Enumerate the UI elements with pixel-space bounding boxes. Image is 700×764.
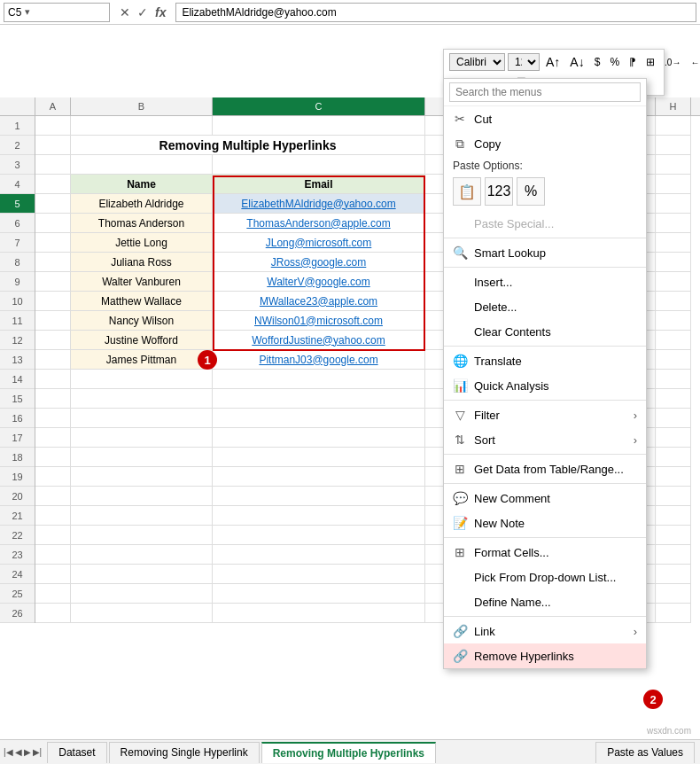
col-b-header[interactable]: B xyxy=(71,97,213,115)
cell-a17[interactable] xyxy=(35,428,71,448)
cell-a15[interactable] xyxy=(35,389,71,409)
cell-a6[interactable] xyxy=(35,214,71,233)
row-num-4[interactable]: 4 xyxy=(0,175,35,194)
comma-btn[interactable]: ⁋ xyxy=(626,53,640,71)
increase-decimal-btn[interactable]: .0→ xyxy=(661,53,684,71)
tab-dataset[interactable]: Dataset xyxy=(47,742,106,763)
row-num-14[interactable]: 14 xyxy=(0,370,35,389)
name-cell-12[interactable]: Justine Wofford xyxy=(71,331,213,350)
header-name-cell[interactable]: Name xyxy=(71,175,213,194)
cell-c21[interactable] xyxy=(213,506,425,526)
col-a-header[interactable]: A xyxy=(35,97,71,115)
row-num-5[interactable]: 5 xyxy=(0,194,35,214)
row-num-23[interactable]: 23 xyxy=(0,545,35,565)
name-cell-13[interactable]: James Pittman xyxy=(71,350,213,370)
menu-smart-lookup[interactable]: 🔍 Smart Lookup xyxy=(444,240,646,265)
row-num-9[interactable]: 9 xyxy=(0,272,35,292)
cell-c22[interactable] xyxy=(213,526,425,545)
cell-a10[interactable] xyxy=(35,292,71,311)
cell-b23[interactable] xyxy=(71,545,213,565)
cell-a16[interactable] xyxy=(35,409,71,428)
menu-sort[interactable]: ⇅ Sort › xyxy=(444,427,646,452)
col-c-header[interactable]: C xyxy=(213,97,425,115)
mini-font-select[interactable]: Calibri xyxy=(449,53,505,71)
row-num-20[interactable]: 20 xyxy=(0,487,35,506)
cell-col-h-17[interactable] xyxy=(656,428,691,448)
cell-col-h-10[interactable] xyxy=(656,292,691,311)
cell-col-h-15[interactable] xyxy=(656,389,691,409)
cancel-formula-icon[interactable]: ✕ xyxy=(117,4,133,21)
paste-values-btn[interactable]: 123 xyxy=(485,177,513,206)
cell-c18[interactable] xyxy=(213,448,425,467)
row-num-1[interactable]: 1 xyxy=(0,116,35,136)
menu-link[interactable]: 🔗 Link › xyxy=(444,619,646,643)
menu-cut[interactable]: ✂ Cut xyxy=(444,106,646,131)
menu-filter[interactable]: ▽ Filter › xyxy=(444,402,646,427)
cell-a21[interactable] xyxy=(35,506,71,526)
cell-b25[interactable] xyxy=(71,584,213,604)
cell-a5[interactable] xyxy=(35,194,71,214)
cell-col-h-2[interactable] xyxy=(656,136,691,155)
cell-b17[interactable] xyxy=(71,428,213,448)
row-num-21[interactable]: 21 xyxy=(0,506,35,526)
email-cell-12[interactable]: WoffordJustine@yahoo.com xyxy=(213,331,425,350)
menu-search-input[interactable] xyxy=(449,82,641,102)
cell-a19[interactable] xyxy=(35,467,71,487)
name-cell-9[interactable]: Walter Vanburen xyxy=(71,272,213,292)
name-cell-5[interactable]: Elizabeth Aldridge xyxy=(71,194,213,214)
cell-c26[interactable] xyxy=(213,604,425,623)
cell-a11[interactable] xyxy=(35,311,71,331)
menu-translate[interactable]: 🌐 Translate xyxy=(444,348,646,373)
name-cell-6[interactable]: Thomas Anderson xyxy=(71,214,213,233)
row-num-19[interactable]: 19 xyxy=(0,467,35,487)
confirm-formula-icon[interactable]: ✓ xyxy=(135,4,151,21)
row-num-6[interactable]: 6 xyxy=(0,214,35,233)
cell-col-h-14[interactable] xyxy=(656,370,691,389)
email-cell-7[interactable]: JLong@microsoft.com xyxy=(213,233,425,253)
email-cell-9[interactable]: WalterV@google.com xyxy=(213,272,425,292)
menu-define-name[interactable]: Define Name... xyxy=(444,589,646,614)
name-cell-11[interactable]: Nancy Wilson xyxy=(71,311,213,331)
menu-remove-hyperlinks[interactable]: 🔗 Remove Hyperlinks xyxy=(444,643,646,668)
cell-col-h-23[interactable] xyxy=(656,545,691,565)
cell-col-h-11[interactable] xyxy=(656,311,691,331)
row-num-2[interactable]: 2 xyxy=(0,136,35,155)
cell-col-h-3[interactable] xyxy=(656,155,691,175)
tab-removing-multiple[interactable]: Removing Multiple Hyperlinks xyxy=(261,742,436,763)
cell-b1[interactable] xyxy=(71,116,213,136)
cell-a4[interactable] xyxy=(35,175,71,194)
cell-c20[interactable] xyxy=(213,487,425,506)
cell-a2[interactable] xyxy=(35,136,71,155)
cell-col-h-20[interactable] xyxy=(656,487,691,506)
menu-delete[interactable]: Delete... xyxy=(444,294,646,319)
cell-col-h-21[interactable] xyxy=(656,506,691,526)
row-num-11[interactable]: 11 xyxy=(0,311,35,331)
cell-b18[interactable] xyxy=(71,448,213,467)
email-cell-10[interactable]: MWallace23@apple.com xyxy=(213,292,425,311)
menu-quick-analysis[interactable]: 📊 Quick Analysis xyxy=(444,373,646,398)
name-box[interactable]: C5 ▾ xyxy=(4,3,110,22)
tab-prev-icon[interactable]: ◀ xyxy=(15,747,22,757)
row-num-10[interactable]: 10 xyxy=(0,292,35,311)
tab-first-icon[interactable]: |◀ xyxy=(4,747,13,757)
decrease-font-btn[interactable]: A↓ xyxy=(566,53,587,71)
cell-b3[interactable] xyxy=(71,155,213,175)
cell-b20[interactable] xyxy=(71,487,213,506)
row-num-16[interactable]: 16 xyxy=(0,409,35,428)
cell-b15[interactable] xyxy=(71,389,213,409)
email-cell-8[interactable]: JRoss@google.com xyxy=(213,253,425,272)
col-h-header[interactable]: H xyxy=(656,97,691,115)
paste-btn[interactable]: 📋 xyxy=(453,177,481,206)
cell-c16[interactable] xyxy=(213,409,425,428)
row-num-18[interactable]: 18 xyxy=(0,448,35,467)
email-cell-13[interactable]: PittmanJ03@google.com xyxy=(213,350,425,370)
menu-copy[interactable]: ⧉ Copy xyxy=(444,131,646,156)
cell-c25[interactable] xyxy=(213,584,425,604)
paste-format-btn[interactable]: % xyxy=(517,177,545,206)
name-cell-7[interactable]: Jettie Long xyxy=(71,233,213,253)
cell-c15[interactable] xyxy=(213,389,425,409)
row-num-15[interactable]: 15 xyxy=(0,389,35,409)
decrease-decimal-btn[interactable]: ←.0 xyxy=(687,53,700,71)
cell-col-h-25[interactable] xyxy=(656,584,691,604)
row-num-17[interactable]: 17 xyxy=(0,428,35,448)
